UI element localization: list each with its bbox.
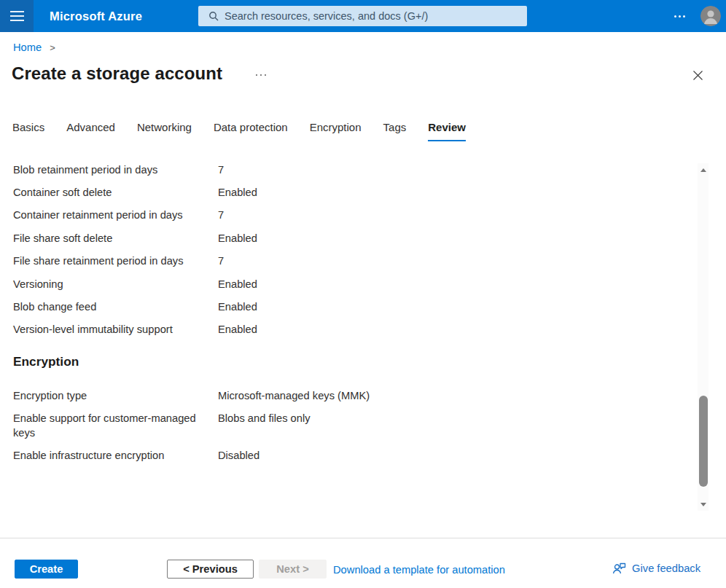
row-value: 7 bbox=[218, 255, 684, 267]
row-value: Enabled bbox=[218, 301, 684, 313]
hamburger-icon bbox=[10, 15, 24, 17]
encryption-section-heading: Encryption bbox=[13, 354, 684, 369]
row-value: Microsoft-managed keys (MMK) bbox=[218, 388, 684, 403]
review-row: Version-level immutability support Enabl… bbox=[13, 318, 684, 341]
scroll-down-button[interactable] bbox=[698, 499, 709, 509]
row-label: Blob change feed bbox=[13, 301, 218, 313]
hamburger-icon bbox=[10, 20, 24, 21]
ellipsis-icon bbox=[674, 15, 676, 17]
wizard-tabs: Basics Advanced Networking Data protecti… bbox=[12, 121, 466, 141]
review-row: Container soft delete Enabled bbox=[13, 181, 684, 203]
review-row: Enable support for customer-managed keys… bbox=[13, 411, 684, 440]
avatar-icon bbox=[700, 6, 721, 26]
tab-data-protection[interactable]: Data protection bbox=[214, 121, 288, 141]
scroll-up-button[interactable] bbox=[698, 165, 709, 175]
row-value: Enabled bbox=[218, 324, 684, 335]
review-row: Versioning Enabled bbox=[13, 273, 684, 295]
footer-divider bbox=[0, 538, 726, 538]
close-icon bbox=[692, 70, 703, 81]
ellipsis-icon bbox=[265, 74, 267, 77]
page-more-button[interactable] bbox=[254, 68, 268, 82]
tab-advanced[interactable]: Advanced bbox=[66, 121, 115, 141]
search-icon bbox=[208, 11, 219, 21]
page-title: Create a storage account bbox=[12, 63, 222, 84]
review-row: File share retainment period in days 7 bbox=[13, 250, 684, 273]
row-label: Blob retainment period in days bbox=[13, 164, 218, 176]
row-label: Container retainment period in days bbox=[13, 209, 218, 221]
tab-networking[interactable]: Networking bbox=[137, 121, 192, 141]
feedback-icon bbox=[612, 562, 626, 575]
ellipsis-icon bbox=[256, 74, 258, 77]
azure-portal-window: Microsoft Azure Home > Create a storage … bbox=[0, 0, 726, 588]
arrow-up-icon bbox=[700, 168, 706, 172]
top-bar: Microsoft Azure bbox=[0, 0, 726, 32]
row-value: Disabled bbox=[218, 448, 684, 463]
row-label: Version-level immutability support bbox=[13, 324, 218, 335]
row-value: 7 bbox=[218, 164, 684, 176]
scrollbar-thumb[interactable] bbox=[699, 396, 708, 487]
row-value: Enabled bbox=[218, 232, 684, 244]
breadcrumb-separator: > bbox=[50, 42, 55, 53]
breadcrumb: Home > bbox=[13, 42, 55, 53]
brand-title: Microsoft Azure bbox=[50, 9, 142, 23]
give-feedback-button[interactable]: Give feedback bbox=[612, 562, 700, 575]
tab-basics[interactable]: Basics bbox=[12, 121, 44, 141]
row-label: File share soft delete bbox=[13, 232, 218, 244]
hamburger-menu-button[interactable] bbox=[0, 0, 34, 32]
review-row: Blob change feed Enabled bbox=[13, 295, 684, 318]
review-row: File share soft delete Enabled bbox=[13, 227, 684, 249]
row-label: Container soft delete bbox=[13, 187, 218, 198]
encryption-rows: Encryption type Microsoft-managed keys (… bbox=[13, 388, 684, 463]
create-button[interactable]: Create bbox=[15, 560, 78, 579]
row-label: Enable support for customer-managed keys bbox=[13, 411, 218, 440]
download-template-link[interactable]: Download a template for automation bbox=[333, 564, 505, 576]
tab-review[interactable]: Review bbox=[428, 121, 466, 141]
row-value: Enabled bbox=[218, 278, 684, 290]
review-row: Container retainment period in days 7 bbox=[13, 204, 684, 227]
breadcrumb-home-link[interactable]: Home bbox=[13, 42, 42, 53]
ellipsis-icon bbox=[260, 74, 262, 77]
ellipsis-icon bbox=[679, 15, 681, 17]
ellipsis-icon bbox=[683, 15, 685, 17]
tab-encryption[interactable]: Encryption bbox=[310, 121, 362, 141]
close-blade-button[interactable] bbox=[690, 67, 706, 83]
give-feedback-label: Give feedback bbox=[632, 562, 700, 574]
topbar-more-button[interactable] bbox=[671, 0, 688, 32]
review-panel: Blob retainment period in days 7 Contain… bbox=[13, 158, 684, 471]
review-row: Blob retainment period in days 7 bbox=[13, 158, 684, 181]
row-label: Enable infrastructure encryption bbox=[13, 448, 218, 463]
tab-tags[interactable]: Tags bbox=[383, 121, 407, 141]
row-value: Blobs and files only bbox=[218, 411, 684, 426]
row-label: Encryption type bbox=[13, 388, 218, 403]
next-button-disabled[interactable]: Next > bbox=[259, 560, 327, 579]
row-label: File share retainment period in days bbox=[13, 255, 218, 267]
arrow-down-icon bbox=[700, 503, 706, 506]
row-label: Versioning bbox=[13, 278, 218, 290]
review-row: Encryption type Microsoft-managed keys (… bbox=[13, 388, 684, 403]
account-avatar[interactable] bbox=[700, 6, 721, 26]
row-value: 7 bbox=[218, 209, 684, 221]
previous-button[interactable]: < Previous bbox=[167, 560, 254, 579]
row-value: Enabled bbox=[218, 187, 684, 198]
vertical-scrollbar[interactable] bbox=[698, 163, 709, 511]
hamburger-icon bbox=[10, 11, 24, 12]
search-input[interactable] bbox=[225, 10, 521, 22]
global-search-box[interactable] bbox=[198, 6, 527, 26]
review-row: Enable infrastructure encryption Disable… bbox=[13, 448, 684, 463]
